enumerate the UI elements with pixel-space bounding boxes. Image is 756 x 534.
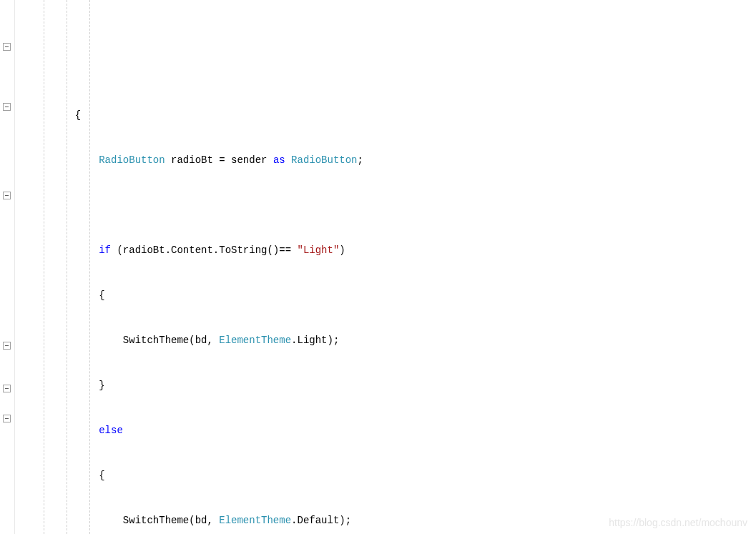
fold-toggle-icon[interactable] bbox=[3, 415, 11, 422]
code-line bbox=[15, 198, 756, 213]
code-line: else bbox=[15, 423, 756, 438]
code-line: if (radioBt.Content.ToString()== "Light"… bbox=[15, 243, 756, 258]
code-line: { bbox=[15, 288, 756, 303]
code-line: { bbox=[15, 468, 756, 483]
code-line: SwitchTheme(bd, ElementTheme.Light); bbox=[15, 333, 756, 348]
code-content[interactable]: { RadioButton radioBt = sender as RadioB… bbox=[15, 0, 756, 534]
fold-toggle-icon[interactable] bbox=[3, 385, 11, 392]
code-line: } bbox=[15, 378, 756, 393]
fold-gutter bbox=[0, 0, 15, 534]
fold-toggle-icon[interactable] bbox=[3, 342, 11, 350]
fold-toggle-icon[interactable] bbox=[3, 103, 11, 111]
code-line: { bbox=[15, 108, 756, 123]
code-line: RadioButton radioBt = sender as RadioBut… bbox=[15, 153, 756, 168]
code-editor[interactable]: { RadioButton radioBt = sender as RadioB… bbox=[0, 0, 756, 534]
code-line: SwitchTheme(bd, ElementTheme.Default); bbox=[15, 513, 756, 528]
fold-toggle-icon[interactable] bbox=[3, 43, 11, 51]
fold-toggle-icon[interactable] bbox=[3, 192, 11, 199]
